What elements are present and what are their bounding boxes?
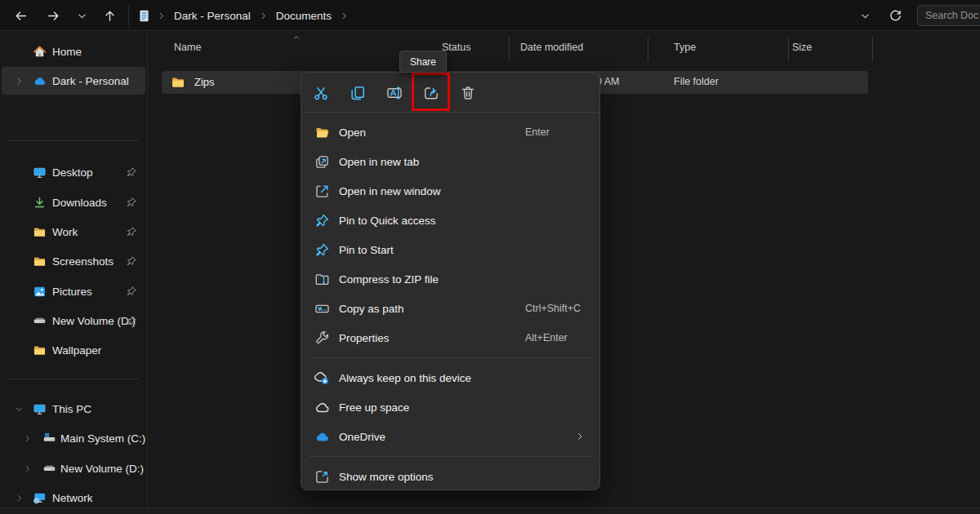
home-icon xyxy=(33,45,47,59)
context-menu-items: Open Enter Open in new tab Open in new w… xyxy=(301,113,599,491)
menu-item-always-keep-on-device[interactable]: Always keep on this device xyxy=(305,363,596,392)
menu-item-copy-as-path[interactable]: Copy as path Ctrl+Shift+C xyxy=(305,294,596,323)
sidebar-item-dark-personal[interactable]: Dark - Personal xyxy=(2,67,145,95)
refresh-icon xyxy=(889,9,902,23)
sidebar-item-label: New Volume (D:) xyxy=(52,315,136,327)
sidebar-item-new-volume-d[interactable]: New Volume (D:) xyxy=(2,454,145,482)
sidebar-item-work[interactable]: Work xyxy=(2,218,145,246)
address-dropdown-button[interactable] xyxy=(854,6,875,25)
network-icon xyxy=(33,491,47,505)
column-header-type[interactable]: Type xyxy=(674,42,696,53)
arrow-left-icon xyxy=(14,9,28,23)
sidebar-item-home[interactable]: Home xyxy=(2,38,145,65)
pin-icon xyxy=(126,166,137,178)
sidebar-item-label: Home xyxy=(52,46,82,58)
sidebar-item-desktop[interactable]: Desktop xyxy=(2,158,145,186)
chevron-right-icon[interactable] xyxy=(23,434,32,443)
delete-icon xyxy=(460,85,476,101)
file-explorer-window: Dark - Personal Documents Home Dark - Pe… xyxy=(0,0,980,514)
rename-button[interactable] xyxy=(380,78,409,108)
open-folder-icon xyxy=(314,125,330,140)
menu-item-pin-to-quick-access[interactable]: Pin to Quick access xyxy=(305,206,596,235)
chevron-right-icon[interactable] xyxy=(15,77,24,86)
menu-divider xyxy=(310,357,591,358)
up-button[interactable] xyxy=(99,6,120,25)
menu-item-open-in-new-window[interactable]: Open in new window xyxy=(305,176,596,206)
menu-divider xyxy=(310,456,591,457)
column-separator[interactable] xyxy=(872,37,873,61)
menu-item-pin-to-start[interactable]: Pin to Start xyxy=(305,235,596,264)
documents-folder-icon xyxy=(137,9,151,23)
delete-button[interactable] xyxy=(453,78,483,108)
menu-item-label: Copy as path xyxy=(339,303,404,315)
sidebar-item-pictures[interactable]: Pictures xyxy=(2,277,145,305)
menu-item-label: Open xyxy=(339,126,366,139)
menu-item-open[interactable]: Open Enter xyxy=(305,117,596,147)
tooltip-text: Share xyxy=(410,56,436,68)
folder-icon xyxy=(33,255,47,268)
sidebar-item-this-pc[interactable]: This PC xyxy=(2,395,145,423)
sidebar-item-label: Network xyxy=(52,492,93,504)
open-new-window-icon xyxy=(314,184,330,199)
share-icon xyxy=(423,85,439,101)
pictures-icon xyxy=(33,285,47,299)
menu-item-onedrive[interactable]: OneDrive xyxy=(305,422,596,451)
chevron-right-icon[interactable] xyxy=(15,494,24,503)
menu-item-label: Show more options xyxy=(339,471,434,483)
chevron-down-icon xyxy=(77,11,87,21)
sidebar-item-label: Wallpaper xyxy=(52,344,101,357)
sidebar-item-wallpaper[interactable]: Wallpaper xyxy=(2,336,145,364)
menu-item-label: Compress to ZIP file xyxy=(339,273,439,286)
column-separator[interactable] xyxy=(648,37,648,61)
sort-ascending-icon xyxy=(292,33,301,42)
cloud-outline-icon xyxy=(314,400,330,415)
status-bar xyxy=(0,507,980,514)
copy-button[interactable] xyxy=(343,78,372,108)
sidebar-item-main-system-c[interactable]: Main System (C:) xyxy=(2,424,145,452)
breadcrumb-chevron-icon xyxy=(157,11,166,20)
chevron-right-icon[interactable] xyxy=(23,464,32,473)
copy-icon xyxy=(350,85,366,101)
column-header-date-modified[interactable]: Date modified xyxy=(520,42,583,53)
cloud-download-icon xyxy=(314,370,330,386)
folder-icon xyxy=(171,75,185,90)
chevron-down-icon xyxy=(860,11,871,21)
onedrive-cloud-icon xyxy=(314,429,330,445)
cut-button[interactable] xyxy=(306,78,336,108)
menu-item-open-in-new-tab[interactable]: Open in new tab xyxy=(305,147,596,176)
menu-item-properties[interactable]: Properties Alt+Enter xyxy=(305,323,596,352)
breadcrumb-item-dark-personal[interactable]: Dark - Personal xyxy=(172,8,253,24)
pin-icon xyxy=(126,197,137,208)
menu-item-show-more-options[interactable]: Show more options xyxy=(305,462,596,491)
breadcrumb-item-documents[interactable]: Documents xyxy=(274,8,334,24)
menu-item-compress-to-zip[interactable]: Compress to ZIP file xyxy=(305,264,596,294)
show-more-options-icon xyxy=(314,469,330,485)
pin-icon xyxy=(314,242,330,258)
system-drive-icon xyxy=(42,432,56,445)
wrench-icon xyxy=(314,330,330,346)
forward-button[interactable] xyxy=(42,6,64,25)
breadcrumb-chevron-icon[interactable] xyxy=(340,11,349,20)
recent-locations-button[interactable] xyxy=(71,6,92,25)
column-header-size[interactable]: Size xyxy=(792,42,812,53)
sidebar-divider xyxy=(7,379,139,379)
pin-icon xyxy=(126,226,137,237)
folder-icon xyxy=(33,343,47,357)
column-separator[interactable] xyxy=(788,37,789,61)
sidebar-item-label: Main System (C:) xyxy=(60,432,145,445)
column-header-name[interactable]: Name xyxy=(174,42,201,53)
sidebar-item-screenshots[interactable]: Screenshots xyxy=(2,247,145,275)
menu-item-free-up-space[interactable]: Free up space xyxy=(305,392,596,422)
search-input[interactable] xyxy=(917,5,980,26)
back-button[interactable] xyxy=(10,6,31,25)
sidebar-item-label: New Volume (D:) xyxy=(60,463,144,475)
column-separator[interactable] xyxy=(509,37,510,61)
sidebar-item-new-volume-pinned[interactable]: New Volume (D:) xyxy=(2,307,145,335)
chevron-down-icon[interactable] xyxy=(15,405,24,414)
sidebar-divider xyxy=(7,140,139,141)
sidebar-item-downloads[interactable]: Downloads xyxy=(2,188,145,216)
drive-icon xyxy=(33,314,47,328)
share-button[interactable] xyxy=(416,78,446,108)
refresh-button[interactable] xyxy=(884,6,906,25)
menu-item-label: Open in new window xyxy=(339,185,441,197)
